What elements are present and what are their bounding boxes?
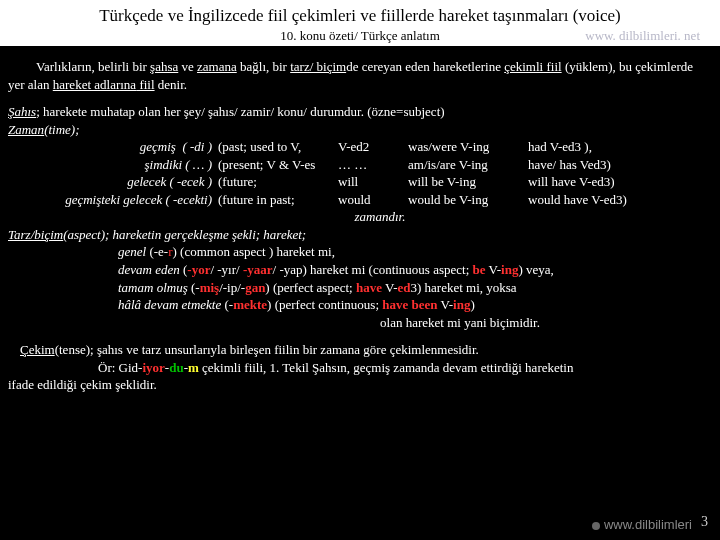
tense-row: geçmişteki gelecek ( -ecekti) (future in… (68, 191, 712, 209)
tarz-closing: olan hareket mi yani biçimidir. (208, 314, 712, 332)
aspect-genel: genel (-e-r) (common aspect ) hareket mi… (118, 243, 712, 261)
zaman-block: Zaman(time); geçmiş ( -di ) (past; used … (8, 121, 712, 226)
intro-paragraph: Varlıkların, belirli bir şahsa ve zamana… (8, 58, 712, 93)
example-line: Ör: Gid-iyor-du-m çekimli fiili, 1. Teki… (98, 359, 712, 377)
subtitle: 10. konu özeti/ Türkçe anlatım (280, 28, 440, 44)
page-title: Türkçede ve İngilizcede fiil çekimleri v… (10, 6, 710, 26)
header-url: www. dilbilimleri. net (585, 28, 700, 44)
page-number: 3 (701, 514, 708, 530)
content-area: Varlıkların, belirli bir şahsa ve zamana… (0, 46, 720, 394)
aspect-tamam: tamam olmuş (-miş/-ip/-gan) (perfect asp… (118, 279, 712, 297)
zaman-closing: zamandır. (48, 208, 712, 226)
subtitle-row: 10. konu özeti/ Türkçe anlatım www. dilb… (10, 28, 710, 44)
logo-dot-icon (592, 522, 600, 530)
aspect-hala: hâlâ devam etmekte (-mekte) (perfect con… (118, 296, 712, 314)
sahis-line: Şahıs; harekete muhatap olan her şey/ şa… (8, 103, 712, 121)
cekim-block: Çekim(tense); şahıs ve tarz unsurlarıyla… (8, 341, 712, 394)
tense-grid: geçmiş ( -di ) (past; used to V, V-ed2 w… (68, 138, 712, 208)
tense-row: gelecek ( -ecek ) (future; will will be … (68, 173, 712, 191)
title-bar: Türkçede ve İngilizcede fiil çekimleri v… (0, 0, 720, 46)
aspect-devam: devam eden (-yor/ -yır/ -yaar/ -yap) har… (118, 261, 712, 279)
footer-url: www.dilbilimleri (592, 517, 692, 532)
tense-row: geçmiş ( -di ) (past; used to V, V-ed2 w… (68, 138, 712, 156)
tense-row: şimdiki ( … ) (present; V & V-es … … am/… (68, 156, 712, 174)
cekim-tail: ifade edildiği çekim şeklidir. (8, 376, 712, 394)
tarz-block: Tarz/biçim(aspect); hareketin gerçekleşm… (8, 226, 712, 331)
